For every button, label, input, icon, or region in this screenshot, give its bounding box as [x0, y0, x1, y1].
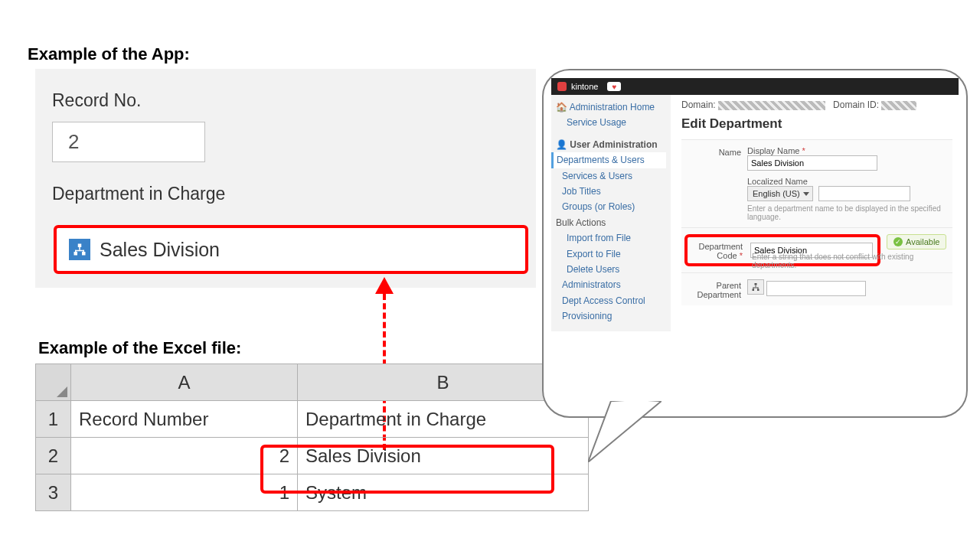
- svg-rect-12: [753, 288, 754, 290]
- domain-line: Domain: Domain ID:: [681, 99, 952, 110]
- caption-app: Example of the App:: [28, 44, 190, 64]
- localized-name-input[interactable]: [818, 186, 910, 201]
- org-icon: [69, 239, 90, 260]
- nav-bulk-header: Bulk Actions: [556, 215, 666, 230]
- parent-dept-input[interactable]: [766, 281, 866, 296]
- dept-in-charge-label: Department in Charge: [52, 184, 519, 204]
- admin-callout-balloon: kintone ♥ 🏠 Administration Home Service …: [542, 69, 968, 418]
- svg-rect-7: [755, 283, 757, 285]
- record-no-label: Record No.: [52, 90, 519, 111]
- available-badge: ✓ Available: [887, 234, 946, 249]
- language-select[interactable]: English (US): [747, 186, 813, 201]
- svg-rect-3: [79, 247, 80, 250]
- excel-cell-a3[interactable]: 1: [71, 474, 298, 511]
- svg-rect-0: [78, 244, 82, 248]
- svg-rect-11: [753, 288, 759, 289]
- excel-table: A B 1 Record Number Department in Charge…: [35, 364, 589, 511]
- admin-screenshot: kintone ♥ 🏠 Administration Home Service …: [551, 78, 959, 331]
- check-icon: ✓: [893, 237, 903, 246]
- org-tree-icon[interactable]: [747, 279, 764, 295]
- svg-rect-6: [83, 250, 85, 253]
- excel-cell-b3[interactable]: System: [298, 474, 589, 511]
- localized-name-hint: Enter a department name to be displayed …: [747, 204, 949, 221]
- display-name-sublabel: Display Name: [747, 146, 799, 155]
- nav-job-titles[interactable]: Job Titles: [556, 184, 666, 199]
- localized-name-sublabel: Localized Name: [747, 177, 949, 186]
- dept-code-label: Department Code: [699, 242, 743, 260]
- excel-select-all[interactable]: [36, 364, 71, 401]
- svg-rect-5: [75, 250, 77, 253]
- record-no-value: 2: [52, 122, 205, 162]
- nav-delete-users[interactable]: Delete Users: [556, 262, 666, 277]
- excel-cell-b1[interactable]: Department in Charge: [298, 401, 589, 438]
- nav-administrators[interactable]: Administrators: [556, 277, 666, 292]
- svg-rect-4: [75, 250, 84, 252]
- nav-administration-home[interactable]: 🏠 Administration Home: [556, 99, 666, 115]
- admin-top-bar: kintone ♥: [551, 78, 959, 95]
- form-row-parent: Parent Department: [681, 272, 952, 305]
- dept-code-hint: Enter a string that does not conflict wi…: [752, 253, 952, 269]
- domain-id-blurred: [881, 101, 916, 110]
- excel-row-3-header[interactable]: 3: [36, 474, 71, 511]
- nav-dept-access[interactable]: Dept Access Control: [556, 293, 666, 308]
- nav-groups[interactable]: Groups (or Roles): [556, 199, 666, 214]
- hearts-icon: ♥: [607, 82, 621, 91]
- svg-rect-10: [756, 285, 756, 288]
- excel-row-2-header[interactable]: 2: [36, 438, 71, 474]
- excel-cell-b2[interactable]: Sales Division: [298, 438, 589, 474]
- kintone-brand: kintone: [571, 82, 598, 91]
- nav-provisioning[interactable]: Provisioning: [556, 308, 666, 324]
- dept-selection-row[interactable]: Sales Division: [54, 225, 528, 274]
- form-row-name: Name Display Name * Localized Name Engli…: [681, 139, 952, 227]
- excel-cell-a2[interactable]: 2: [71, 438, 298, 474]
- excel-col-a[interactable]: A: [71, 364, 298, 401]
- nav-user-admin-header: 👤 User Administration: [556, 137, 666, 152]
- form-label-name: Name: [684, 146, 747, 221]
- form-row-dept-code: Department Code * ✓ Available Enter a st…: [681, 227, 952, 272]
- excel-cell-a1[interactable]: Record Number: [71, 401, 298, 438]
- admin-sidebar: 🏠 Administration Home Service Usage 👤 Us…: [551, 95, 671, 331]
- caption-excel: Example of the Excel file:: [38, 338, 241, 358]
- admin-main: Domain: Domain ID: Edit Department Name …: [671, 95, 959, 331]
- nav-services-users[interactable]: Services & Users: [556, 168, 666, 184]
- nav-import[interactable]: Import from File: [556, 230, 666, 246]
- dept-selection-value: Sales Division: [100, 239, 220, 261]
- nav-service-usage[interactable]: Service Usage: [556, 115, 666, 130]
- edit-department-title: Edit Department: [681, 116, 952, 132]
- nav-departments-users[interactable]: Departments & Users: [551, 152, 666, 168]
- svg-rect-13: [758, 288, 759, 290]
- domain-blurred: [718, 101, 825, 110]
- kintone-logo-icon: [557, 82, 567, 91]
- nav-export[interactable]: Export to File: [556, 246, 666, 262]
- excel-row-1-header[interactable]: 1: [36, 401, 71, 438]
- display-name-input[interactable]: [747, 155, 877, 171]
- parent-dept-label: Parent Department: [684, 279, 747, 299]
